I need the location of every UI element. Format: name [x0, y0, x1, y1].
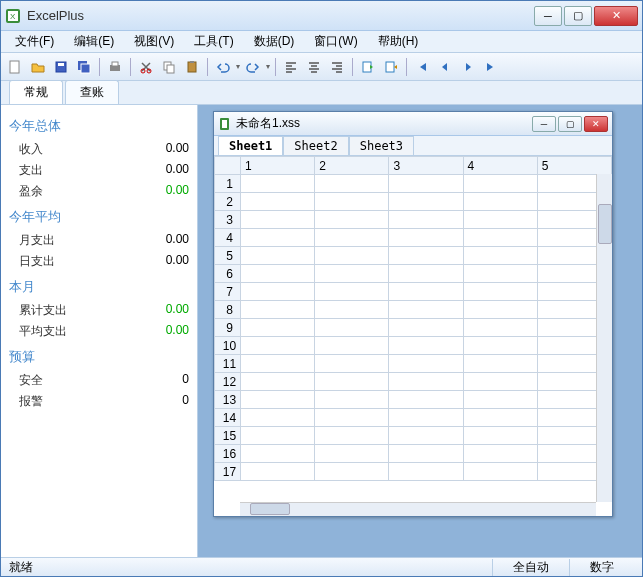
inner-minimize-button[interactable]: ─ — [532, 116, 556, 132]
cell[interactable] — [315, 175, 389, 193]
cell[interactable] — [241, 193, 315, 211]
cell[interactable] — [315, 337, 389, 355]
cell[interactable] — [241, 265, 315, 283]
cell[interactable] — [389, 265, 463, 283]
cell[interactable] — [315, 355, 389, 373]
cell[interactable] — [389, 373, 463, 391]
col-header[interactable]: 1 — [241, 157, 315, 175]
cell[interactable] — [241, 175, 315, 193]
align-center-icon[interactable] — [304, 57, 324, 77]
scroll-thumb[interactable] — [598, 204, 612, 244]
cell[interactable] — [463, 319, 537, 337]
cell[interactable] — [389, 193, 463, 211]
sheet-tab-2[interactable]: Sheet2 — [283, 136, 348, 155]
next-icon[interactable] — [458, 57, 478, 77]
dropdown-icon[interactable]: ▾ — [266, 62, 270, 71]
cell[interactable] — [389, 391, 463, 409]
prev-icon[interactable] — [435, 57, 455, 77]
cell[interactable] — [315, 427, 389, 445]
row-header[interactable]: 17 — [215, 463, 241, 481]
vertical-scrollbar[interactable] — [596, 174, 612, 502]
horizontal-scrollbar[interactable] — [240, 502, 596, 516]
cell[interactable] — [315, 193, 389, 211]
saveall-icon[interactable] — [74, 57, 94, 77]
menu-tool[interactable]: 工具(T) — [184, 31, 243, 52]
col-header[interactable]: 3 — [389, 157, 463, 175]
dropdown-icon[interactable]: ▾ — [236, 62, 240, 71]
open-icon[interactable] — [28, 57, 48, 77]
cell[interactable] — [315, 409, 389, 427]
tab-normal[interactable]: 常规 — [9, 80, 63, 104]
cell[interactable] — [463, 337, 537, 355]
col-header[interactable]: 2 — [315, 157, 389, 175]
row-header[interactable]: 15 — [215, 427, 241, 445]
close-button[interactable]: ✕ — [594, 6, 638, 26]
cell[interactable] — [463, 391, 537, 409]
cell[interactable] — [389, 409, 463, 427]
cell[interactable] — [389, 301, 463, 319]
row-header[interactable]: 9 — [215, 319, 241, 337]
cell[interactable] — [463, 355, 537, 373]
cell[interactable] — [241, 409, 315, 427]
col-header[interactable]: 4 — [463, 157, 537, 175]
sheet-tab-3[interactable]: Sheet3 — [349, 136, 414, 155]
cell[interactable] — [241, 373, 315, 391]
menu-help[interactable]: 帮助(H) — [368, 31, 429, 52]
tab-check[interactable]: 查账 — [65, 80, 119, 104]
scroll-thumb[interactable] — [250, 503, 290, 515]
cell[interactable] — [463, 427, 537, 445]
cell[interactable] — [463, 229, 537, 247]
menu-window[interactable]: 窗口(W) — [304, 31, 367, 52]
align-right-icon[interactable] — [327, 57, 347, 77]
paste-icon[interactable] — [182, 57, 202, 77]
copy-icon[interactable] — [159, 57, 179, 77]
cell[interactable] — [315, 391, 389, 409]
inner-maximize-button[interactable]: ▢ — [558, 116, 582, 132]
row-header[interactable]: 11 — [215, 355, 241, 373]
menu-file[interactable]: 文件(F) — [5, 31, 64, 52]
cell[interactable] — [389, 283, 463, 301]
minimize-button[interactable]: ─ — [534, 6, 562, 26]
cell[interactable] — [389, 445, 463, 463]
menu-data[interactable]: 数据(D) — [244, 31, 305, 52]
import-icon[interactable] — [358, 57, 378, 77]
cell[interactable] — [315, 373, 389, 391]
cell[interactable] — [241, 391, 315, 409]
align-left-icon[interactable] — [281, 57, 301, 77]
menu-view[interactable]: 视图(V) — [124, 31, 184, 52]
menu-edit[interactable]: 编辑(E) — [64, 31, 124, 52]
row-header[interactable]: 14 — [215, 409, 241, 427]
new-icon[interactable] — [5, 57, 25, 77]
cell[interactable] — [463, 265, 537, 283]
cell[interactable] — [241, 337, 315, 355]
cell[interactable] — [389, 463, 463, 481]
cell[interactable] — [389, 355, 463, 373]
row-header[interactable]: 5 — [215, 247, 241, 265]
undo-icon[interactable] — [213, 57, 233, 77]
cell[interactable] — [463, 247, 537, 265]
cell[interactable] — [389, 319, 463, 337]
cell[interactable] — [463, 445, 537, 463]
cell[interactable] — [241, 229, 315, 247]
cell[interactable] — [463, 175, 537, 193]
cell[interactable] — [241, 427, 315, 445]
cell[interactable] — [463, 283, 537, 301]
export-icon[interactable] — [381, 57, 401, 77]
row-header[interactable]: 8 — [215, 301, 241, 319]
cell[interactable] — [463, 373, 537, 391]
cell[interactable] — [463, 193, 537, 211]
cell[interactable] — [389, 229, 463, 247]
cell[interactable] — [463, 211, 537, 229]
cell[interactable] — [463, 463, 537, 481]
row-header[interactable]: 13 — [215, 391, 241, 409]
cell[interactable] — [315, 319, 389, 337]
cell[interactable] — [389, 427, 463, 445]
cell[interactable] — [241, 463, 315, 481]
col-header[interactable]: 5 — [537, 157, 611, 175]
cell[interactable] — [389, 175, 463, 193]
cell[interactable] — [463, 409, 537, 427]
row-header[interactable]: 10 — [215, 337, 241, 355]
redo-icon[interactable] — [243, 57, 263, 77]
cell[interactable] — [463, 301, 537, 319]
save-icon[interactable] — [51, 57, 71, 77]
